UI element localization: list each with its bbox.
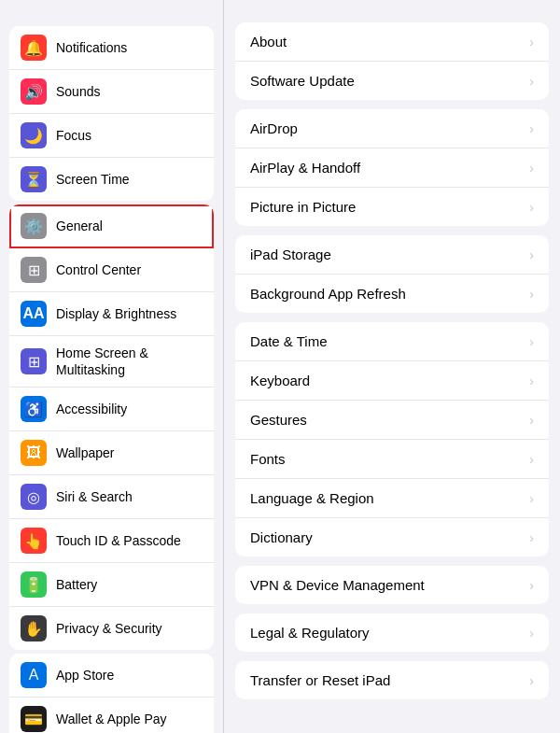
settings-row-languageregion[interactable]: Language & Region› [235,479,549,518]
settings-row-airdrop[interactable]: AirDrop› [235,109,549,148]
sidebar-label-sounds: Sounds [56,83,100,100]
settings-row-keyboard[interactable]: Keyboard› [235,361,549,401]
settings-row-about[interactable]: About› [235,22,549,62]
wallet-icon: 💳 [21,706,47,732]
screentime-icon: ⏳ [21,166,47,192]
touchid-icon: 👆 [21,528,47,554]
settings-row-dictionary[interactable]: Dictionary› [235,518,549,557]
sidebar-item-appstore[interactable]: AApp Store [9,654,214,698]
sidebar-label-controlcenter: Control Center [56,261,141,278]
row-label-vpn: VPN & Device Management [250,577,425,593]
settings-row-fonts[interactable]: Fonts› [235,440,549,479]
chevron-icon-datetime: › [529,334,534,349]
appstore-icon: A [21,662,47,688]
sidebar-item-sounds[interactable]: 🔊Sounds [9,70,214,114]
sidebar-label-accessibility: Accessibility [56,401,127,417]
homescreen-icon: ⊞ [21,348,47,374]
settings-group-g3: iPad Storage›Background App Refresh› [235,235,549,313]
row-label-fonts: Fonts [250,451,286,467]
sidebar-label-privacy: Privacy & Security [56,620,162,637]
row-label-gestures: Gestures [250,412,307,428]
sidebar-label-general: General [56,218,103,234]
sidebar-item-notifications[interactable]: 🔔Notifications [9,26,214,70]
sidebar-item-battery[interactable]: 🔋Battery [9,563,214,607]
sidebar-label-display: Display & Brightness [56,305,176,322]
chevron-icon-transfer: › [529,673,534,688]
sidebar-label-screentime: Screen Time [56,171,130,188]
general-icon: ⚙️ [21,213,47,239]
row-label-transfer: Transfer or Reset iPad [250,672,390,688]
chevron-icon-backgroundapprefresh: › [529,287,534,302]
settings-row-backgroundapprefresh[interactable]: Background App Refresh› [235,275,549,313]
sidebar-label-wallpaper: Wallpaper [56,444,115,461]
settings-row-datetime[interactable]: Date & Time› [235,322,549,361]
settings-row-softwareupdate[interactable]: Software Update› [235,62,549,100]
settings-row-pictureinpicture[interactable]: Picture in Picture› [235,188,549,226]
sidebar-item-controlcenter[interactable]: ⊞Control Center [9,248,214,292]
main-content: About›Software Update›AirDrop›AirPlay & … [235,22,549,699]
sidebar-group-group2: ⚙️General⊞Control CenterAADisplay & Brig… [9,204,214,650]
sidebar-item-privacy[interactable]: ✋Privacy & Security [9,607,214,650]
settings-group-g2: AirDrop›AirPlay & Handoff›Picture in Pic… [235,109,549,226]
chevron-icon-airdrop: › [529,121,534,136]
privacy-icon: ✋ [21,615,47,641]
sidebar-item-display[interactable]: AADisplay & Brightness [9,292,214,336]
row-label-ipadstorage: iPad Storage [250,247,331,262]
settings-row-legal[interactable]: Legal & Regulatory› [235,613,549,652]
chevron-icon-ipadstorage: › [529,247,534,262]
sidebar-label-touchid: Touch ID & Passcode [56,532,181,549]
notifications-icon: 🔔 [21,35,47,61]
main-title [235,0,549,22]
chevron-icon-languageregion: › [529,491,534,506]
controlcenter-icon: ⊞ [21,257,47,283]
row-label-about: About [250,34,287,49]
row-label-softwareupdate: Software Update [250,73,355,89]
chevron-icon-vpn: › [529,578,534,593]
sidebar-label-homescreen: Home Screen & Multitasking [56,345,203,378]
sidebar-item-homescreen[interactable]: ⊞Home Screen & Multitasking [9,336,214,388]
chevron-icon-legal: › [529,626,534,641]
chevron-icon-gestures: › [529,413,534,428]
sidebar: 🔔Notifications🔊Sounds🌙Focus⏳Screen Time⚙… [0,0,224,733]
chevron-icon-fonts: › [529,452,534,467]
sidebar-item-general[interactable]: ⚙️General [9,204,214,248]
sidebar-content: 🔔Notifications🔊Sounds🌙Focus⏳Screen Time⚙… [0,22,223,733]
settings-row-airplay[interactable]: AirPlay & Handoff› [235,148,549,188]
settings-group-g6: Legal & Regulatory› [235,613,549,652]
chevron-icon-softwareupdate: › [529,74,534,89]
chevron-icon-dictionary: › [529,530,534,545]
sidebar-group-group1: 🔔Notifications🔊Sounds🌙Focus⏳Screen Time [9,26,214,201]
row-label-legal: Legal & Regulatory [250,625,370,641]
settings-group-g4: Date & Time›Keyboard›Gestures›Fonts›Lang… [235,322,549,557]
sidebar-label-wallet: Wallet & Apple Pay [56,711,167,727]
sidebar-item-touchid[interactable]: 👆Touch ID & Passcode [9,519,214,563]
sidebar-item-wallet[interactable]: 💳Wallet & Apple Pay [9,698,214,733]
settings-row-vpn[interactable]: VPN & Device Management› [235,566,549,604]
settings-row-ipadstorage[interactable]: iPad Storage› [235,235,549,275]
wallpaper-icon: 🖼 [21,440,47,466]
sidebar-item-focus[interactable]: 🌙Focus [9,114,214,158]
sounds-icon: 🔊 [21,78,47,105]
sidebar-label-appstore: App Store [56,667,114,684]
row-label-datetime: Date & Time [250,333,328,349]
row-label-airplay: AirPlay & Handoff [250,160,360,176]
focus-icon: 🌙 [21,122,47,148]
sidebar-group-group3: AApp Store💳Wallet & Apple Pay [9,654,214,733]
battery-icon: 🔋 [21,571,47,598]
display-icon: AA [21,301,47,327]
chevron-icon-pictureinpicture: › [529,200,534,215]
settings-row-transfer[interactable]: Transfer or Reset iPad› [235,661,549,699]
chevron-icon-keyboard: › [529,374,534,388]
settings-group-g5: VPN & Device Management› [235,566,549,604]
row-label-languageregion: Language & Region [250,490,374,506]
row-label-pictureinpicture: Picture in Picture [250,199,356,215]
row-label-backgroundapprefresh: Background App Refresh [250,286,406,302]
siri-icon: ◎ [21,484,47,510]
main-panel: About›Software Update›AirDrop›AirPlay & … [224,0,560,733]
settings-row-gestures[interactable]: Gestures› [235,401,549,440]
sidebar-item-siri[interactable]: ◎Siri & Search [9,475,214,519]
sidebar-item-screentime[interactable]: ⏳Screen Time [9,158,214,201]
sidebar-item-accessibility[interactable]: ♿Accessibility [9,388,214,431]
chevron-icon-airplay: › [529,161,534,176]
sidebar-item-wallpaper[interactable]: 🖼Wallpaper [9,431,214,475]
